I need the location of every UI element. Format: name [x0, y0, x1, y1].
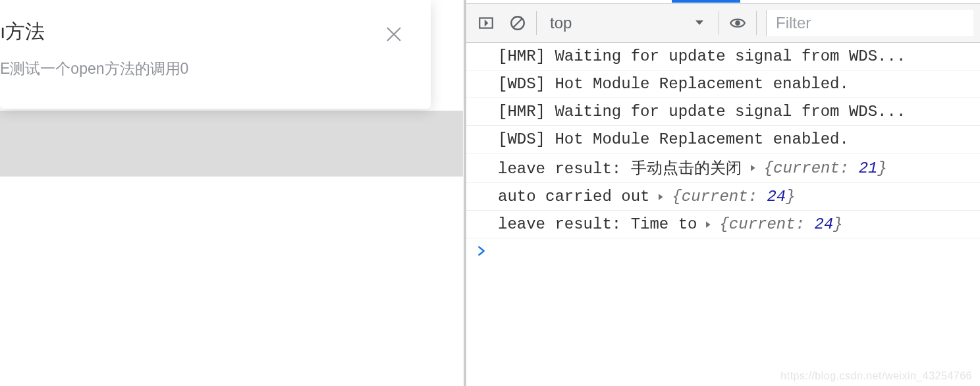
console-row: [HMR] Waiting for update signal from WDS… — [466, 98, 980, 126]
log-text: [HMR] Waiting for update signal from WDS… — [498, 103, 906, 121]
active-tab-indicator — [672, 0, 740, 3]
chevron-down-icon — [694, 14, 705, 32]
live-expression-button[interactable] — [724, 10, 751, 36]
background-band — [0, 111, 463, 177]
console-row: leave result: 手动点击的关闭{current: 21} — [466, 153, 980, 183]
console-row: leave result: Time to{current: 24} — [466, 211, 980, 238]
log-text: auto carried out — [498, 188, 649, 206]
console-row: [WDS] Hot Module Replacement enabled. — [466, 70, 980, 98]
svg-point-2 — [735, 20, 740, 26]
prompt-chevron-icon — [476, 245, 487, 257]
watermark-text: https://blog.csdn.net/weixin_43254766 — [780, 370, 972, 382]
console-output: [HMR] Waiting for update signal from WDS… — [466, 43, 980, 238]
panel-icon — [477, 14, 495, 32]
log-text: leave result: Time to — [498, 215, 697, 233]
console-row: auto carried out{current: 24} — [466, 183, 980, 211]
log-text: [WDS] Hot Module Replacement enabled. — [498, 75, 849, 93]
expand-arrow-icon[interactable] — [703, 220, 713, 229]
log-object[interactable]: {current: 21} — [764, 159, 887, 177]
log-object[interactable]: {current: 24} — [719, 215, 842, 233]
close-button[interactable] — [383, 24, 404, 45]
filter-input[interactable] — [766, 10, 973, 36]
modal-title: ı方法 — [0, 18, 431, 45]
clear-icon — [509, 14, 526, 32]
close-icon — [383, 24, 404, 45]
console-toolbar: top — [466, 3, 980, 43]
expand-arrow-icon[interactable] — [656, 192, 665, 202]
toggle-sidebar-button[interactable] — [473, 10, 499, 36]
context-label: top — [550, 14, 572, 32]
eye-icon — [729, 14, 746, 32]
modal-body: E测试一个open方法的调用0 — [0, 59, 431, 79]
toolbar-separator — [536, 11, 537, 35]
log-text: [HMR] Waiting for update signal from WDS… — [498, 47, 906, 65]
log-object[interactable]: {current: 24} — [672, 188, 795, 206]
log-text: leave result: 手动点击的关闭 — [498, 157, 742, 179]
toolbar-separator — [756, 11, 757, 35]
console-row: [WDS] Hot Module Replacement enabled. — [466, 126, 980, 153]
clear-console-button[interactable] — [504, 10, 531, 36]
filter-wrap — [766, 10, 973, 36]
modal-dialog: ı方法 E测试一个open方法的调用0 — [0, 0, 431, 109]
log-text: [WDS] Hot Module Replacement enabled. — [498, 130, 849, 148]
app-pane: ı方法 E测试一个open方法的调用0 — [0, 0, 463, 386]
console-prompt[interactable] — [466, 238, 980, 263]
toolbar-separator — [719, 11, 719, 35]
devtools-pane: top [HMR] Waiting for update signal from… — [466, 0, 980, 386]
context-selector[interactable]: top — [542, 10, 713, 36]
console-row: [HMR] Waiting for update signal from WDS… — [466, 43, 980, 70]
expand-arrow-icon[interactable] — [748, 163, 757, 173]
